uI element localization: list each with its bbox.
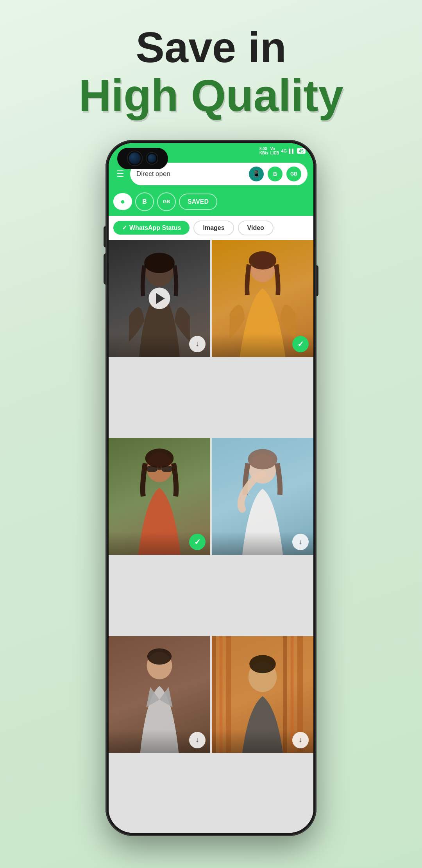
- media-item-5[interactable]: ↓: [109, 636, 210, 753]
- filter-whatsapp-status[interactable]: ✓ WhatsApp Status: [113, 221, 190, 235]
- whatsapp-icon-small[interactable]: 📱: [249, 167, 264, 181]
- svg-point-22: [249, 655, 276, 673]
- saved-button-3[interactable]: ✓: [189, 534, 206, 550]
- download-button-4[interactable]: ↓: [292, 534, 309, 550]
- filter-check-icon: ✓: [122, 224, 127, 231]
- hero-section: Save in High Quality: [79, 23, 343, 120]
- secondary-camera-lens: [147, 153, 157, 164]
- filter-whatsapp-status-label: WhatsApp Status: [129, 224, 181, 231]
- download-icon-6: ↓: [299, 736, 302, 744]
- svg-point-1: [144, 253, 175, 273]
- download-button-5[interactable]: ↓: [189, 732, 206, 748]
- play-button-1[interactable]: [149, 288, 170, 309]
- signal-4g: 4G: [281, 149, 287, 153]
- download-icon-4: ↓: [299, 538, 302, 546]
- hero-line1: Save in: [79, 23, 343, 71]
- gb2-tab-icon: GB: [163, 199, 170, 204]
- tab-gb1[interactable]: B: [135, 192, 154, 211]
- svg-point-3: [249, 251, 276, 269]
- tab-whatsapp[interactable]: ●: [113, 193, 132, 210]
- download-button-1[interactable]: ↓: [189, 336, 206, 352]
- filter-images-label: Images: [203, 224, 224, 231]
- media-item-3[interactable]: ✓: [109, 438, 210, 555]
- svg-point-10: [248, 449, 277, 470]
- operator-icon: VoLiEB: [270, 147, 279, 155]
- saved-tab-label: SAVED: [188, 198, 209, 205]
- filter-bar: ✓ WhatsApp Status Images Video: [109, 216, 313, 240]
- gbwhatsapp2-icon-small[interactable]: GB: [286, 167, 301, 181]
- filter-video[interactable]: Video: [238, 221, 274, 235]
- hamburger-menu-icon[interactable]: ☰: [114, 167, 126, 181]
- network-speed: 8.00KB/s: [259, 147, 268, 155]
- svg-point-13: [147, 648, 172, 665]
- app-content: ☰ Direct open 📱 B GB ● B: [109, 159, 313, 833]
- media-item-2[interactable]: ✓: [212, 240, 313, 357]
- signal-bars: ▌▌: [289, 149, 295, 153]
- camera-module: [117, 148, 168, 169]
- phone-frame: 8.00KB/s VoLiEB 4G ▌▌ 45 ☰ Direct open 📱…: [106, 140, 316, 836]
- hero-line2: High Quality: [79, 71, 343, 120]
- download-button-6[interactable]: ↓: [292, 732, 309, 748]
- saved-check-icon-2: ✓: [297, 339, 304, 349]
- media-item-1[interactable]: ↓: [109, 240, 210, 357]
- search-text: Direct open: [136, 170, 245, 178]
- saved-button-2[interactable]: ✓: [292, 336, 309, 352]
- tab-bar: ● B GB SAVED: [109, 189, 313, 216]
- media-grid: ↓: [109, 240, 313, 833]
- status-icons: 8.00KB/s VoLiEB 4G ▌▌ 45: [259, 147, 306, 155]
- media-item-4[interactable]: ↓: [212, 438, 313, 555]
- download-icon-1: ↓: [196, 340, 199, 348]
- play-triangle-icon: [156, 293, 165, 304]
- download-icon-5: ↓: [196, 736, 199, 744]
- svg-point-8: [145, 448, 174, 468]
- media-item-6[interactable]: ↓: [212, 636, 313, 753]
- filter-images[interactable]: Images: [193, 221, 234, 235]
- filter-video-label: Video: [247, 224, 264, 231]
- gb1-tab-icon: B: [142, 198, 147, 205]
- tab-gb2[interactable]: GB: [157, 192, 176, 211]
- battery-icon: 45: [297, 148, 306, 154]
- phone-mockup: 8.00KB/s VoLiEB 4G ▌▌ 45 ☰ Direct open 📱…: [106, 140, 316, 836]
- phone-screen: 8.00KB/s VoLiEB 4G ▌▌ 45 ☰ Direct open 📱…: [109, 143, 313, 833]
- tab-saved[interactable]: SAVED: [179, 194, 217, 210]
- gbwhatsapp-icon-small[interactable]: B: [268, 167, 283, 181]
- saved-check-icon-3: ✓: [194, 537, 201, 547]
- main-camera-lens: [128, 151, 142, 165]
- whatsapp-tab-icon: ●: [120, 197, 125, 206]
